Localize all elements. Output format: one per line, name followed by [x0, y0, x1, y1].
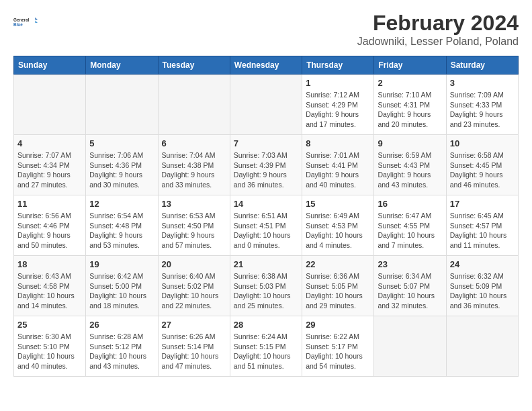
header-row: SundayMondayTuesdayWednesdayThursdayFrid… — [14, 56, 519, 75]
cell-day-number: 27 — [162, 320, 226, 330]
calendar-cell — [374, 316, 446, 377]
cell-info: Sunrise: 6:32 AM Sunset: 5:09 PM Dayligh… — [450, 271, 515, 311]
main-title: February 2024 — [357, 11, 519, 36]
header-cell-sunday: Sunday — [14, 56, 86, 75]
svg-text:Blue: Blue — [13, 22, 23, 27]
header-cell-friday: Friday — [374, 56, 446, 75]
calendar-cell: 9Sunrise: 6:59 AM Sunset: 4:43 PM Daylig… — [374, 135, 446, 195]
svg-text:General: General — [13, 17, 30, 22]
calendar-cell: 13Sunrise: 6:53 AM Sunset: 4:50 PM Dayli… — [158, 195, 230, 256]
calendar-cell: 8Sunrise: 7:01 AM Sunset: 4:41 PM Daylig… — [302, 135, 374, 195]
header-cell-saturday: Saturday — [446, 56, 518, 75]
cell-day-number: 12 — [89, 199, 154, 209]
calendar-table: SundayMondayTuesdayWednesdayThursdayFrid… — [13, 56, 519, 377]
cell-day-number: 2 — [378, 78, 442, 88]
logo: General Blue — [13, 11, 38, 35]
calendar-cell — [230, 75, 302, 135]
cell-info: Sunrise: 6:30 AM Sunset: 5:10 PM Dayligh… — [17, 332, 82, 371]
calendar-cell: 21Sunrise: 6:38 AM Sunset: 5:03 PM Dayli… — [230, 256, 302, 316]
calendar-cell: 3Sunrise: 7:09 AM Sunset: 4:33 PM Daylig… — [446, 75, 518, 135]
calendar-cell: 17Sunrise: 6:45 AM Sunset: 4:57 PM Dayli… — [446, 195, 518, 256]
cell-day-number: 24 — [450, 259, 515, 269]
cell-day-number: 15 — [306, 199, 370, 209]
calendar-cell: 6Sunrise: 7:04 AM Sunset: 4:38 PM Daylig… — [158, 135, 230, 195]
header-cell-wednesday: Wednesday — [230, 56, 302, 75]
calendar-cell: 5Sunrise: 7:06 AM Sunset: 4:36 PM Daylig… — [86, 135, 158, 195]
cell-day-number: 29 — [306, 320, 370, 330]
cell-day-number: 19 — [89, 259, 154, 269]
calendar-cell: 26Sunrise: 6:28 AM Sunset: 5:12 PM Dayli… — [86, 316, 158, 377]
calendar-cell: 14Sunrise: 6:51 AM Sunset: 4:51 PM Dayli… — [230, 195, 302, 256]
cell-info: Sunrise: 7:03 AM Sunset: 4:39 PM Dayligh… — [234, 150, 298, 190]
calendar-cell: 10Sunrise: 6:58 AM Sunset: 4:45 PM Dayli… — [446, 135, 518, 195]
cell-info: Sunrise: 6:24 AM Sunset: 5:15 PM Dayligh… — [234, 332, 298, 371]
cell-info: Sunrise: 6:49 AM Sunset: 4:53 PM Dayligh… — [306, 211, 370, 250]
header: General Blue February 2024 Jadowniki, Le… — [13, 11, 519, 48]
cell-day-number: 13 — [162, 199, 226, 209]
calendar-row-2: 11Sunrise: 6:56 AM Sunset: 4:46 PM Dayli… — [14, 195, 519, 256]
cell-day-number: 5 — [89, 138, 154, 148]
calendar-cell — [86, 75, 158, 135]
cell-info: Sunrise: 6:40 AM Sunset: 5:02 PM Dayligh… — [162, 271, 226, 311]
cell-info: Sunrise: 6:47 AM Sunset: 4:55 PM Dayligh… — [378, 211, 442, 250]
cell-info: Sunrise: 7:09 AM Sunset: 4:33 PM Dayligh… — [450, 90, 515, 130]
calendar-cell: 11Sunrise: 6:56 AM Sunset: 4:46 PM Dayli… — [14, 195, 86, 256]
calendar-cell: 16Sunrise: 6:47 AM Sunset: 4:55 PM Dayli… — [374, 195, 446, 256]
calendar-row-4: 25Sunrise: 6:30 AM Sunset: 5:10 PM Dayli… — [14, 316, 519, 377]
cell-info: Sunrise: 6:36 AM Sunset: 5:05 PM Dayligh… — [306, 271, 370, 311]
cell-day-number: 16 — [378, 199, 442, 209]
cell-info: Sunrise: 6:28 AM Sunset: 5:12 PM Dayligh… — [89, 332, 154, 371]
calendar-cell: 1Sunrise: 7:12 AM Sunset: 4:29 PM Daylig… — [302, 75, 374, 135]
cell-day-number: 17 — [450, 199, 515, 209]
cell-info: Sunrise: 6:34 AM Sunset: 5:07 PM Dayligh… — [378, 271, 442, 311]
calendar-cell: 22Sunrise: 6:36 AM Sunset: 5:05 PM Dayli… — [302, 256, 374, 316]
cell-day-number: 10 — [450, 138, 515, 148]
cell-day-number: 8 — [306, 138, 370, 148]
logo-svg: General Blue — [13, 11, 38, 35]
cell-info: Sunrise: 6:54 AM Sunset: 4:48 PM Dayligh… — [89, 211, 154, 250]
calendar-row-3: 18Sunrise: 6:43 AM Sunset: 4:58 PM Dayli… — [14, 256, 519, 316]
calendar-cell: 27Sunrise: 6:26 AM Sunset: 5:14 PM Dayli… — [158, 316, 230, 377]
cell-info: Sunrise: 6:26 AM Sunset: 5:14 PM Dayligh… — [162, 332, 226, 371]
header-cell-monday: Monday — [86, 56, 158, 75]
cell-day-number: 4 — [17, 138, 82, 148]
cell-info: Sunrise: 6:22 AM Sunset: 5:17 PM Dayligh… — [306, 332, 370, 371]
calendar-cell: 18Sunrise: 6:43 AM Sunset: 4:58 PM Dayli… — [14, 256, 86, 316]
cell-day-number: 26 — [89, 320, 154, 330]
cell-info: Sunrise: 6:45 AM Sunset: 4:57 PM Dayligh… — [450, 211, 515, 250]
cell-info: Sunrise: 6:42 AM Sunset: 5:00 PM Dayligh… — [89, 271, 154, 311]
cell-info: Sunrise: 6:53 AM Sunset: 4:50 PM Dayligh… — [162, 211, 226, 250]
cell-info: Sunrise: 7:04 AM Sunset: 4:38 PM Dayligh… — [162, 150, 226, 190]
cell-day-number: 14 — [234, 199, 298, 209]
calendar-cell: 23Sunrise: 6:34 AM Sunset: 5:07 PM Dayli… — [374, 256, 446, 316]
calendar-cell: 20Sunrise: 6:40 AM Sunset: 5:02 PM Dayli… — [158, 256, 230, 316]
calendar-row-1: 4Sunrise: 7:07 AM Sunset: 4:34 PM Daylig… — [14, 135, 519, 195]
cell-info: Sunrise: 7:01 AM Sunset: 4:41 PM Dayligh… — [306, 150, 370, 190]
cell-info: Sunrise: 7:12 AM Sunset: 4:29 PM Dayligh… — [306, 90, 370, 130]
cell-info: Sunrise: 6:51 AM Sunset: 4:51 PM Dayligh… — [234, 211, 298, 250]
svg-marker-2 — [35, 17, 38, 20]
cell-info: Sunrise: 7:10 AM Sunset: 4:31 PM Dayligh… — [378, 90, 442, 130]
calendar-cell: 25Sunrise: 6:30 AM Sunset: 5:10 PM Dayli… — [14, 316, 86, 377]
calendar-cell: 29Sunrise: 6:22 AM Sunset: 5:17 PM Dayli… — [302, 316, 374, 377]
cell-day-number: 22 — [306, 259, 370, 269]
header-cell-tuesday: Tuesday — [158, 56, 230, 75]
cell-day-number: 7 — [234, 138, 298, 148]
calendar-cell: 7Sunrise: 7:03 AM Sunset: 4:39 PM Daylig… — [230, 135, 302, 195]
cell-info: Sunrise: 7:07 AM Sunset: 4:34 PM Dayligh… — [17, 150, 82, 190]
cell-day-number: 9 — [378, 138, 442, 148]
calendar-cell — [14, 75, 86, 135]
cell-day-number: 21 — [234, 259, 298, 269]
svg-marker-3 — [35, 20, 38, 23]
cell-day-number: 20 — [162, 259, 226, 269]
title-section: February 2024 Jadowniki, Lesser Poland, … — [357, 11, 519, 48]
calendar-cell: 19Sunrise: 6:42 AM Sunset: 5:00 PM Dayli… — [86, 256, 158, 316]
cell-info: Sunrise: 6:38 AM Sunset: 5:03 PM Dayligh… — [234, 271, 298, 311]
cell-day-number: 3 — [450, 78, 515, 88]
header-cell-thursday: Thursday — [302, 56, 374, 75]
calendar-row-0: 1Sunrise: 7:12 AM Sunset: 4:29 PM Daylig… — [14, 75, 519, 135]
calendar-cell — [446, 316, 518, 377]
cell-info: Sunrise: 7:06 AM Sunset: 4:36 PM Dayligh… — [89, 150, 154, 190]
cell-info: Sunrise: 6:43 AM Sunset: 4:58 PM Dayligh… — [17, 271, 82, 311]
calendar-cell: 2Sunrise: 7:10 AM Sunset: 4:31 PM Daylig… — [374, 75, 446, 135]
